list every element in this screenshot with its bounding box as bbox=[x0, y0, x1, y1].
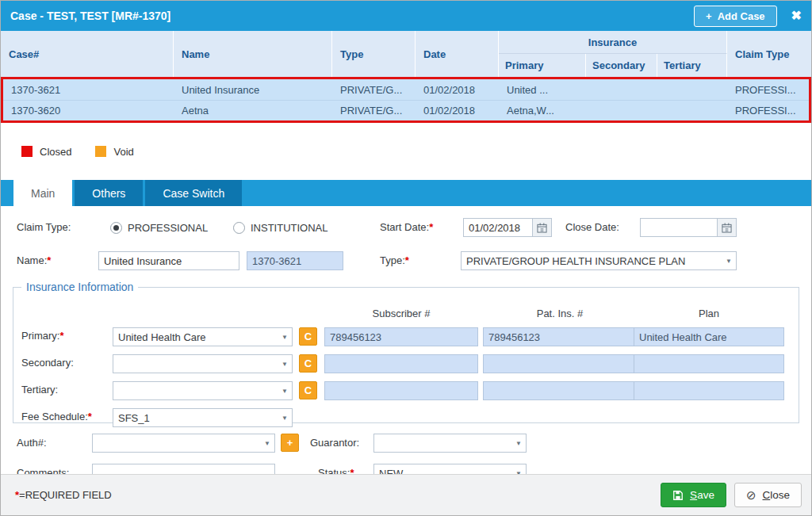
comments-input[interactable] bbox=[92, 464, 275, 474]
start-date-group bbox=[463, 218, 552, 237]
save-icon bbox=[672, 490, 684, 501]
case-grid-header: Case# Name Type Date Insurance Claim Typ… bbox=[1, 31, 811, 77]
add-case-button[interactable]: + Add Case bbox=[694, 6, 777, 27]
column-header-type[interactable]: Type bbox=[332, 31, 416, 77]
required-marker: * bbox=[47, 254, 51, 266]
cell-primary: Aetna,W... bbox=[499, 105, 586, 117]
primary-label: Primary:* bbox=[21, 327, 63, 346]
save-button[interactable]: Save bbox=[661, 483, 726, 507]
required-marker: * bbox=[405, 254, 409, 266]
column-header-insurance-group: Insurance bbox=[499, 31, 727, 54]
table-row[interactable]: 1370-3621 United Insurance PRIVATE/G... … bbox=[3, 79, 809, 100]
tab-case-switch[interactable]: Case Switch bbox=[145, 180, 242, 206]
column-header-name[interactable]: Name bbox=[174, 31, 332, 77]
status-legend: Closed Void bbox=[1, 123, 811, 180]
column-header-secondary[interactable]: Secondary bbox=[586, 54, 657, 77]
cell-date: 01/02/2018 bbox=[416, 84, 499, 96]
insurance-information-section: Insurance Information Subscriber # Pat. … bbox=[13, 281, 799, 423]
column-header-tertiary[interactable]: Tertiary bbox=[657, 54, 727, 77]
chevron-down-icon: ▼ bbox=[260, 440, 274, 447]
type-label: Type:* bbox=[380, 250, 409, 271]
tertiary-pat-ins-field[interactable] bbox=[483, 381, 637, 400]
primary-pat-ins-field[interactable] bbox=[483, 327, 637, 346]
start-date-input[interactable] bbox=[464, 219, 532, 236]
insurance-section-title: Insurance Information bbox=[21, 281, 138, 293]
guarantor-label: Guarantor: bbox=[310, 433, 359, 453]
chevron-down-icon: ▼ bbox=[511, 470, 526, 475]
guarantor-dropdown[interactable]: ▼ bbox=[373, 434, 527, 453]
close-icon[interactable]: ✖ bbox=[791, 10, 802, 22]
column-header-case[interactable]: Case# bbox=[1, 31, 174, 77]
tab-main[interactable]: Main bbox=[13, 180, 72, 206]
radio-institutional[interactable]: INSTITUTIONAL bbox=[233, 217, 328, 238]
cell-claim-type: PROFESSI... bbox=[727, 84, 809, 96]
primary-insurance-dropdown[interactable]: United Health Care ▼ bbox=[113, 327, 293, 346]
radio-institutional-label: INSTITUTIONAL bbox=[251, 222, 328, 234]
cell-type: PRIVATE/G... bbox=[332, 105, 416, 117]
calendar-icon[interactable] bbox=[717, 219, 736, 236]
cell-case-number: 1370-3620 bbox=[3, 105, 174, 117]
legend-void-label: Void bbox=[113, 146, 133, 158]
case-dialog: Case - TEST, TEST [MR#-1370] + Add Case … bbox=[0, 0, 812, 516]
fee-schedule-label: Fee Schedule:* bbox=[21, 407, 92, 426]
cell-primary: United ... bbox=[499, 84, 586, 96]
secondary-copy-button[interactable]: C bbox=[299, 354, 317, 373]
column-header-primary[interactable]: Primary bbox=[499, 54, 586, 77]
radio-dot bbox=[110, 222, 122, 234]
table-row[interactable]: 1370-3620 Aetna PRIVATE/G... 01/02/2018 … bbox=[3, 100, 809, 120]
secondary-subscriber-field[interactable] bbox=[324, 354, 478, 373]
primary-subscriber-field[interactable] bbox=[324, 327, 478, 346]
chevron-down-icon: ▼ bbox=[278, 334, 292, 341]
tertiary-plan-field bbox=[634, 381, 784, 400]
subscriber-column-header: Subscriber # bbox=[324, 308, 478, 319]
case-number-field bbox=[247, 251, 343, 270]
legend-closed-label: Closed bbox=[40, 146, 71, 158]
fee-schedule-dropdown[interactable]: SFS_1 ▼ bbox=[113, 408, 293, 427]
secondary-insurance-dropdown[interactable]: ▼ bbox=[113, 354, 293, 373]
tab-others[interactable]: Others bbox=[75, 180, 143, 206]
selected-rows-block: 1370-3621 United Insurance PRIVATE/G... … bbox=[1, 77, 811, 123]
required-marker: * bbox=[429, 221, 433, 233]
close-date-input[interactable] bbox=[641, 219, 717, 236]
primary-copy-button[interactable]: C bbox=[299, 327, 317, 346]
secondary-plan-field bbox=[634, 354, 784, 373]
tertiary-label: Tertiary: bbox=[21, 380, 58, 399]
tertiary-insurance-dropdown[interactable]: ▼ bbox=[113, 381, 293, 400]
close-date-group bbox=[640, 218, 737, 237]
close-date-label: Close Date: bbox=[565, 217, 619, 238]
cell-name: Aetna bbox=[174, 105, 332, 117]
name-input[interactable] bbox=[98, 251, 239, 270]
cell-name: United Insurance bbox=[174, 84, 332, 96]
window-title: Case - TEST, TEST [MR#-1370] bbox=[10, 10, 694, 22]
add-auth-button[interactable]: + bbox=[281, 434, 299, 452]
cell-date: 01/02/2018 bbox=[416, 105, 499, 117]
close-button-label: Close bbox=[762, 489, 790, 501]
secondary-label: Secondary: bbox=[21, 354, 74, 373]
name-label: Name:* bbox=[17, 250, 51, 271]
secondary-pat-ins-field[interactable] bbox=[483, 354, 637, 373]
tertiary-subscriber-field[interactable] bbox=[324, 381, 478, 400]
column-header-claim-type[interactable]: Claim Type bbox=[727, 31, 812, 77]
status-dropdown[interactable]: NEW ▼ bbox=[373, 464, 527, 474]
radio-professional[interactable]: PROFESSIONAL bbox=[110, 217, 208, 238]
calendar-icon[interactable] bbox=[532, 219, 551, 236]
close-button[interactable]: ⊘ Close bbox=[734, 483, 802, 507]
auth-label: Auth#: bbox=[17, 433, 47, 453]
cancel-icon: ⊘ bbox=[746, 489, 756, 501]
main-tab-panel: Claim Type: PROFESSIONAL INSTITUTIONAL S… bbox=[1, 206, 811, 474]
status-dropdown-value: NEW bbox=[374, 468, 511, 475]
chevron-down-icon: ▼ bbox=[278, 415, 292, 422]
auth-dropdown[interactable]: ▼ bbox=[92, 434, 275, 453]
start-date-label: Start Date:* bbox=[380, 217, 433, 238]
chevron-down-icon: ▼ bbox=[722, 258, 736, 265]
column-header-date[interactable]: Date bbox=[416, 31, 499, 77]
cell-claim-type: PROFESSI... bbox=[727, 105, 809, 117]
titlebar: Case - TEST, TEST [MR#-1370] + Add Case … bbox=[1, 1, 811, 31]
radio-professional-label: PROFESSIONAL bbox=[128, 222, 208, 234]
legend-closed: Closed bbox=[21, 146, 71, 158]
cell-case-number: 1370-3621 bbox=[3, 84, 174, 96]
required-marker: * bbox=[88, 411, 92, 422]
claim-type-label: Claim Type: bbox=[17, 217, 71, 238]
type-dropdown[interactable]: PRIVATE/GROUP HEALTH INSURANCE PLAN ▼ bbox=[461, 251, 737, 270]
tertiary-copy-button[interactable]: C bbox=[299, 381, 317, 399]
